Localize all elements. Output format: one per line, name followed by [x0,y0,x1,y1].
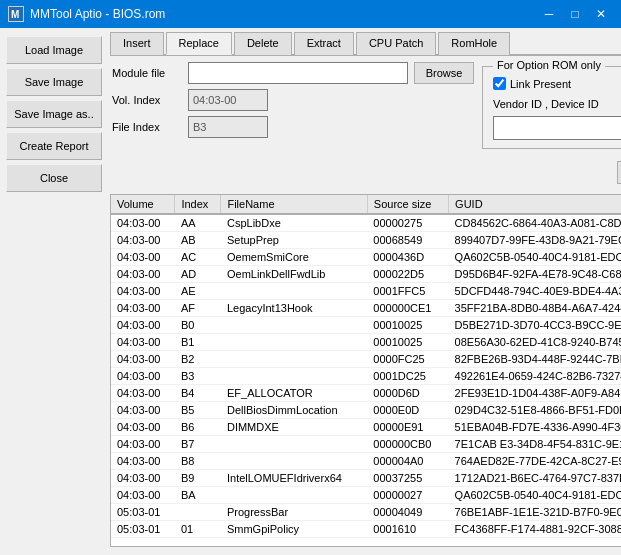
link-present-label: Link Present [510,78,571,90]
cell-volume: 04:03-00 [111,351,175,368]
app-icon: M [8,6,24,22]
minimize-button[interactable]: ─ [537,4,561,24]
col-guid[interactable]: GUID ▲ [449,195,621,214]
cell-index: B6 [175,419,221,436]
replace-button[interactable]: Replace [617,161,621,184]
tab-extract[interactable]: Extract [294,32,354,55]
table-row[interactable]: 04:03-00B9IntelLOMUEFIdriverx64000372551… [111,470,621,487]
link-present-checkbox[interactable] [493,77,506,90]
table-row[interactable]: 05:03-01ProgressBar0000404976BE1ABF-1E1E… [111,504,621,521]
table-row[interactable]: 04:03-00B8000004A0764AED82E-77DE-42CA-8C… [111,453,621,470]
option-rom-legend: For Option ROM only [493,59,605,71]
table-row[interactable]: 04:03-00AACspLibDxe00000275CD84562C-6864… [111,214,621,232]
cell-guid: D5BE271D-3D70-4CC3-B9CC-9EC81 [449,317,621,334]
table-body: 04:03-00AACspLibDxe00000275CD84562C-6864… [111,214,621,538]
cell-index: B0 [175,317,221,334]
table-row[interactable]: 05:03-0101SmmGpiPolicy0001610FC4368FF-F1… [111,521,621,538]
main-content: Load Image Save Image Save Image as.. Cr… [0,28,621,555]
cell-filename [221,453,367,470]
tab-delete[interactable]: Delete [234,32,292,55]
cell-sourceSize: 0000436D [367,249,448,266]
cell-volume: 04:03-00 [111,402,175,419]
cell-volume: 04:03-00 [111,368,175,385]
file-index-input [188,116,268,138]
cell-index: 01 [175,521,221,538]
cell-sourceSize: 00010025 [367,317,448,334]
tab-cpu-patch[interactable]: CPU Patch [356,32,436,55]
tab-replace[interactable]: Replace [166,32,232,55]
load-image-button[interactable]: Load Image [6,36,102,64]
cell-guid: 5DCFD448-794C-40E9-BDE4-4A323 [449,283,621,300]
cell-sourceSize: 000004A0 [367,453,448,470]
cell-sourceSize: 000000CB0 [367,436,448,453]
cell-index: AD [175,266,221,283]
svg-text:M: M [11,9,19,20]
cell-index: B3 [175,368,221,385]
cell-sourceSize: 0000FC25 [367,351,448,368]
save-image-as-button[interactable]: Save Image as.. [6,100,102,128]
module-file-input[interactable] [188,62,408,84]
tab-romhole[interactable]: RomHole [438,32,510,55]
table-row[interactable]: 04:03-00ABSetupPrep00068549899407D7-99FE… [111,232,621,249]
create-report-button[interactable]: Create Report [6,132,102,160]
cell-guid: 899407D7-99FE-43D8-9A21-79EC32 [449,232,621,249]
cell-guid: QA602C5B-0540-40C4-9181-EDCD8 [449,487,621,504]
cell-sourceSize: 00000275 [367,214,448,232]
window-controls: ─ □ ✕ [537,4,613,24]
table-row[interactable]: 04:03-00ADOemLinkDellFwdLib000022D5D95D6… [111,266,621,283]
table-row[interactable]: 04:03-00ACOememSmiCore0000436DQA602C5B-0… [111,249,621,266]
cell-guid: 51EBA04B-FD7E-4336-A990-4F3070 [449,419,621,436]
cell-volume: 04:03-00 [111,419,175,436]
cell-filename [221,487,367,504]
cell-index: AA [175,214,221,232]
cell-guid: 82FBE26B-93D4-448F-9244C-7BE012 [449,351,621,368]
cell-guid: 029D4C32-51E8-4866-BF51-FD0ED [449,402,621,419]
vendor-device-dropdown[interactable] [493,116,621,140]
cell-sourceSize: 0001610 [367,521,448,538]
col-index: Index [175,195,221,214]
cell-index: AB [175,232,221,249]
table-row[interactable]: 04:03-00B5DellBiosDimmLocation0000E0D029… [111,402,621,419]
table-row[interactable]: 04:03-00AFLegacyInt13Hook000000CE135FF21… [111,300,621,317]
module-table[interactable]: Volume Index FileName Source size GUID ▲… [110,194,621,547]
table-row[interactable]: 04:03-00B10001002508E56A30-62ED-41C8-924… [111,334,621,351]
maximize-button[interactable]: □ [563,4,587,24]
cell-index: AE [175,283,221,300]
cell-sourceSize: 00000027 [367,487,448,504]
table-row[interactable]: 04:03-00B7000000CB07E1CAB E3-34D8-4F54-8… [111,436,621,453]
cell-guid: CD84562C-6864-40A3-A081-C8D35E [449,214,621,232]
cell-sourceSize: 0001DC25 [367,368,448,385]
vendor-device-label: Vendor ID , Device ID [493,98,621,110]
cell-filename: DellBiosDimmLocation [221,402,367,419]
cell-volume: 04:03-00 [111,214,175,232]
cell-index: B1 [175,334,221,351]
cell-filename: SmmGpiPolicy [221,521,367,538]
close-button[interactable]: ✕ [589,4,613,24]
tab-insert[interactable]: Insert [110,32,164,55]
cell-volume: 04:03-00 [111,283,175,300]
table-row[interactable]: 04:03-00B6DIMMDXE00000E9151EBA04B-FD7E-4… [111,419,621,436]
table-row[interactable]: 04:03-00B4EF_ALLOCATOR0000D6D2FE93E1D-1D… [111,385,621,402]
cell-sourceSize: 00068549 [367,232,448,249]
table-row[interactable]: 04:03-00BA00000027QA602C5B-0540-40C4-918… [111,487,621,504]
cell-volume: 04:03-00 [111,470,175,487]
table-row[interactable]: 04:03-00B000010025D5BE271D-3D70-4CC3-B9C… [111,317,621,334]
save-image-button[interactable]: Save Image [6,68,102,96]
close-button-panel[interactable]: Close [6,164,102,192]
left-panel: Load Image Save Image Save Image as.. Cr… [0,28,110,555]
browse-button[interactable]: Browse [414,62,474,84]
cell-volume: 04:03-00 [111,487,175,504]
col-filename: FileName [221,195,367,214]
cell-filename: IntelLOMUEFIdriverx64 [221,470,367,487]
cell-volume: 05:03-01 [111,521,175,538]
option-rom-group: For Option ROM only Link Present Vendor … [482,66,621,149]
cell-filename: LegacyInt13Hook [221,300,367,317]
table-row[interactable]: 04:03-00B20000FC2582FBE26B-93D4-448F-924… [111,351,621,368]
cell-sourceSize: 00037255 [367,470,448,487]
cell-sourceSize: 000000CE1 [367,300,448,317]
cell-volume: 04:03-00 [111,317,175,334]
table-row[interactable]: 04:03-00B30001DC25492261E4-0659-424C-82B… [111,368,621,385]
table-row[interactable]: 04:03-00AE0001FFC55DCFD448-794C-40E9-BDE… [111,283,621,300]
cell-index [175,504,221,521]
cell-filename: OemLinkDellFwdLib [221,266,367,283]
